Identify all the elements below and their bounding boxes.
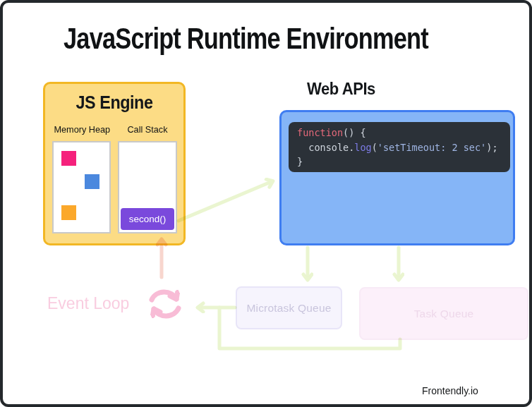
call-stack-panel: second()	[118, 141, 177, 233]
microtask-queue-label: Microtask Queue	[246, 302, 331, 315]
task-queue-label: Task Queue	[414, 308, 474, 320]
task-queue-box: Task Queue	[359, 287, 528, 340]
arrow-callstack-to-webapis	[179, 181, 272, 221]
microtask-queue-box: Microtask Queue	[236, 286, 342, 329]
page-title: JavaScript Runtime Environment	[64, 21, 428, 56]
web-apis-box: function() { console.log('setTimeout: 2 …	[279, 110, 515, 245]
memory-heap-panel	[52, 141, 111, 233]
cycle-arrows-icon	[143, 282, 188, 327]
heap-block-orange	[61, 205, 76, 220]
js-engine-title: JS Engine	[52, 92, 176, 114]
js-engine-box: JS Engine Memory Heap Call Stack second(…	[43, 82, 186, 245]
web-apis-title: Web APIs	[307, 79, 375, 99]
heap-block-pink	[61, 151, 76, 166]
heap-block-blue	[85, 174, 99, 189]
stack-frame: second()	[121, 208, 174, 230]
event-loop-label: Event Loop	[47, 294, 129, 313]
memory-heap-label: Memory Heap	[54, 124, 109, 135]
diagram-canvas: JavaScript Runtime Environment JS Engine…	[0, 0, 532, 407]
code-block: function() { console.log('setTimeout: 2 …	[289, 122, 510, 172]
call-stack-label: Call Stack	[120, 124, 176, 135]
brand-watermark: Frontendly.io	[422, 385, 478, 396]
